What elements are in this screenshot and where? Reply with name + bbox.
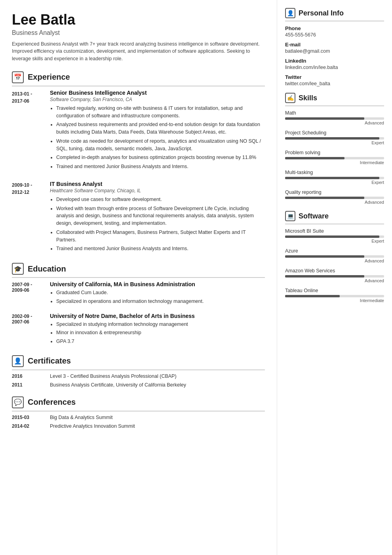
skill-level-label: Intermediate (285, 160, 384, 165)
skill-level-label: Advanced (285, 200, 384, 205)
software-icon: 💻 (285, 211, 295, 221)
conf-date: 2014-02 (12, 423, 44, 429)
edu-bullet: Minor in innovation & entrepreneurship (56, 329, 195, 337)
experience-icon: 📅 (12, 71, 24, 83)
skill-bar-fill (285, 197, 364, 199)
certificates-section-title: 👤 Certificates (12, 355, 265, 370)
software-level-label: Expert (285, 239, 384, 243)
software-level-label: Intermediate (285, 298, 384, 303)
conf-date: 2015-03 (12, 415, 44, 420)
skill-level-label: Expert (285, 140, 384, 145)
conf-name: Predictive Analytics Innovation Summit (50, 423, 135, 429)
skill-level-label: Advanced (285, 121, 384, 125)
skill-entry: Project Scheduling Expert (285, 130, 384, 145)
skill-level-label: Expert (285, 180, 384, 185)
exp-company: Healthcare Software Company, Chicago, IL (50, 188, 265, 193)
edu-bullet: Specialized in studying information tech… (56, 321, 195, 328)
skills-section-title: ✍ Skills (285, 93, 384, 106)
skill-bar-fill (285, 137, 379, 140)
cert-year: 2016 (12, 373, 44, 379)
software-bar-fill (285, 275, 364, 278)
education-entry: 2002-09 -2007-06 University of Notre Dam… (12, 313, 265, 346)
certificate-entry: 2011 Business Analysis Certificate, Univ… (12, 382, 265, 388)
certificates-list: 2016 Level 3 - Certified Business Analys… (12, 373, 265, 388)
edu-bullets: Specialized in studying information tech… (50, 321, 195, 345)
skill-name: Multi-tasking (285, 170, 384, 175)
skill-bar-fill (285, 157, 344, 159)
software-section-title: 💻 Software (285, 211, 384, 224)
exp-company: Software Company, San Francisco, CA (50, 97, 265, 102)
software-bar-container (285, 275, 384, 278)
exp-bullet: Trained and mentored Junior Business Ana… (56, 245, 265, 253)
exp-bullet: Worked with team through entire process … (56, 205, 265, 227)
software-bar-fill (285, 295, 340, 297)
exp-bullet: Traveled regularly, working on-site with… (56, 105, 265, 120)
conference-entry: 2014-02 Predictive Analytics Innovation … (12, 423, 265, 429)
experience-entry: 2009-10 -2012-12 IT Business Analyst Hea… (12, 181, 265, 254)
skill-bar-fill (285, 177, 379, 179)
skill-name: Project Scheduling (285, 130, 384, 136)
exp-bullet: Wrote code as needed for development of … (56, 138, 265, 153)
software-entry: Tableau Online Intermediate (285, 288, 384, 303)
conference-entry: 2015-03 Big Data & Analytics Summit (12, 415, 265, 420)
conferences-list: 2015-03 Big Data & Analytics Summit 2014… (12, 415, 265, 429)
edu-degree: University of Notre Dame, Bachelor of Ar… (50, 313, 195, 319)
skill-name: Quality reporting (285, 189, 384, 195)
exp-bullets: Traveled regularly, working on-site with… (50, 105, 265, 170)
education-list: 2007-09 -2009-06 University of Californi… (12, 281, 265, 346)
exp-bullet: Completed in-depth analyses for business… (56, 154, 265, 161)
education-entry: 2007-09 -2009-06 University of Californi… (12, 281, 265, 306)
exp-role: Senior Business Intelligence Analyst (50, 90, 265, 96)
software-bar-fill (285, 235, 379, 238)
software-bar-container (285, 235, 384, 238)
skill-name: Problem solving (285, 150, 384, 155)
cert-description: Business Analysis Certificate, Universit… (50, 382, 186, 388)
exp-bullet: Developed use cases for software develop… (56, 196, 265, 203)
exp-role: IT Business Analyst (50, 181, 265, 187)
cert-description: Level 3 - Certified Business Analysis Pr… (50, 373, 177, 379)
certificates-icon: 👤 (12, 355, 24, 367)
header: Lee Batla Business Analyst Experienced B… (12, 12, 265, 63)
skill-bar-container (285, 197, 384, 199)
exp-bullet: Trained and mentored Junior Business Ana… (56, 163, 265, 170)
skills-icon: ✍ (285, 93, 295, 103)
edu-bullet: GPA 3.7 (56, 338, 195, 345)
exp-bullet: Collaborated with Project Managers, Busi… (56, 229, 265, 244)
skill-bar-container (285, 177, 384, 179)
exp-dates: 2009-10 -2012-12 (12, 181, 44, 254)
software-name: Amazon Web Services (285, 268, 384, 274)
software-name: Tableau Online (285, 288, 384, 293)
skill-bar-container (285, 117, 384, 120)
software-level-label: Advanced (285, 278, 384, 283)
software-entry: Microsoft BI Suite Expert (285, 228, 384, 243)
software-bar-fill (285, 255, 364, 258)
edu-bullets: Graduated Cum Laude.Specialized in opera… (50, 289, 204, 305)
skill-name: Math (285, 110, 384, 116)
certificate-entry: 2016 Level 3 - Certified Business Analys… (12, 373, 265, 379)
exp-bullet: Analyzed business requirements and provi… (56, 121, 265, 136)
edu-bullet: Specialized in operations and informatio… (56, 298, 204, 305)
cert-year: 2011 (12, 382, 44, 388)
personal-info-icon: 👤 (285, 8, 295, 18)
skills-list: Math Advanced Project Scheduling Expert … (285, 110, 384, 205)
experience-list: 2013-01 -2017-06 Senior Business Intelli… (12, 90, 265, 254)
software-entry: Azure Advanced (285, 248, 384, 263)
exp-bullets: Developed use cases for software develop… (50, 196, 265, 253)
edu-dates: 2007-09 -2009-06 (12, 281, 44, 306)
experience-section-title: 📅 Experience (12, 71, 265, 86)
skill-entry: Quality reporting Advanced (285, 189, 384, 205)
phone-section: Phone 455-555-5676 (285, 25, 384, 38)
software-level-label: Advanced (285, 258, 384, 263)
twitter-section: Twitter twitter.com/lee_balta (285, 74, 384, 86)
summary: Experienced Business Analyst with 7+ yea… (12, 40, 265, 63)
education-icon: 🎓 (12, 263, 24, 275)
software-bar-container (285, 255, 384, 258)
skill-bar-container (285, 137, 384, 140)
edu-degree: University of California, MA in Business… (50, 281, 204, 287)
email-section: E-mail batlalee@gmail.com (285, 42, 384, 54)
linkedin-section: LinkedIn linkedin.com/in/lee.balta (285, 58, 384, 70)
exp-dates: 2013-01 -2017-06 (12, 90, 44, 172)
edu-bullet: Graduated Cum Laude. (56, 289, 204, 297)
conferences-section-title: 💬 Conferences (12, 396, 265, 411)
edu-dates: 2002-09 -2007-06 (12, 313, 44, 346)
